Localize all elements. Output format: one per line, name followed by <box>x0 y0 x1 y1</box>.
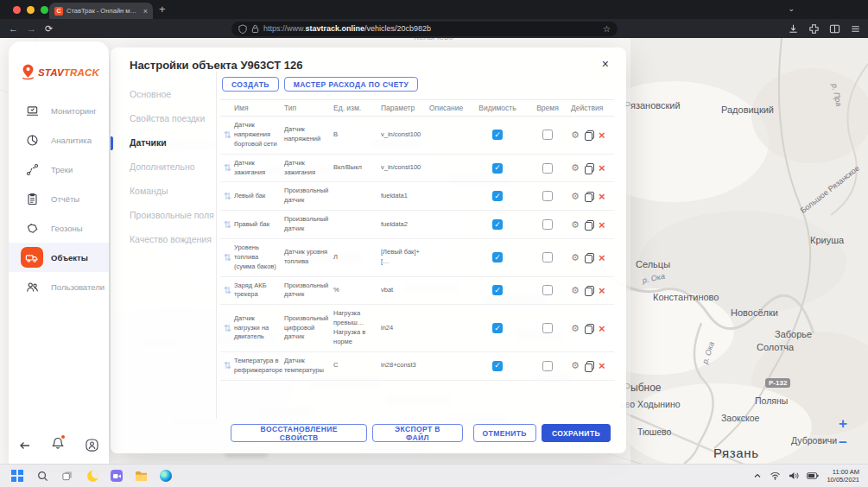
sidebar-item-geozones[interactable]: Геозоны <box>9 213 109 243</box>
settings-gear-icon[interactable]: ⚙ <box>571 324 580 333</box>
modal-close-icon[interactable]: × <box>602 57 609 71</box>
modal-tab[interactable]: Свойства поездки <box>111 106 216 130</box>
copy-icon[interactable] <box>585 253 593 262</box>
drag-handle[interactable]: ⇅ <box>220 191 234 202</box>
drag-handle[interactable]: ⇅ <box>220 162 234 174</box>
copy-icon[interactable] <box>585 163 593 173</box>
bookmark-star-icon[interactable]: ☆ <box>603 24 611 34</box>
drag-handle[interactable]: ⇅ <box>220 130 234 141</box>
delete-icon[interactable]: × <box>599 162 605 174</box>
delete-icon[interactable]: × <box>599 252 605 263</box>
visibility-checkbox[interactable]: ✓ <box>492 163 503 174</box>
map-zoom-out-button[interactable]: − <box>839 435 847 450</box>
close-window-button[interactable] <box>13 6 21 14</box>
search-icon[interactable] <box>35 469 49 483</box>
sidebar-item-monitoring[interactable]: Мониторинг <box>9 96 109 125</box>
chat-icon[interactable] <box>111 470 123 482</box>
modal-tab[interactable]: Произвольные поля <box>111 203 216 227</box>
settings-gear-icon[interactable]: ⚙ <box>571 192 580 201</box>
browser-menu-icon[interactable] <box>850 23 861 35</box>
modal-tab[interactable]: Дополнительно <box>111 155 216 179</box>
cancel-button[interactable]: ОТМЕНИТЬ <box>473 424 536 442</box>
wifi-icon[interactable] <box>770 471 781 480</box>
settings-gear-icon[interactable]: ⚙ <box>571 220 580 230</box>
settings-gear-icon[interactable]: ⚙ <box>571 253 580 262</box>
modal-tab[interactable]: Датчики <box>111 130 216 155</box>
time-checkbox[interactable] <box>542 219 553 230</box>
maximize-window-button[interactable] <box>41 6 48 14</box>
drag-handle[interactable]: ⇅ <box>220 323 234 334</box>
split-screen-icon[interactable] <box>829 23 840 35</box>
battery-icon[interactable] <box>807 472 819 479</box>
drag-handle[interactable]: ⇅ <box>220 219 234 231</box>
forward-button[interactable]: → <box>27 23 36 34</box>
reload-button[interactable]: ⟳ <box>45 23 53 35</box>
delete-icon[interactable]: × <box>599 130 605 141</box>
copy-icon[interactable] <box>585 361 593 370</box>
visibility-checkbox[interactable]: ✓ <box>492 219 503 230</box>
address-bar[interactable]: https://www.stavtrack.online/vehicles/20… <box>231 22 618 36</box>
copy-icon[interactable] <box>585 286 593 295</box>
task-view-icon[interactable] <box>60 469 74 483</box>
notifications-bell-icon[interactable] <box>52 437 64 453</box>
delete-icon[interactable]: × <box>599 191 605 202</box>
time-checkbox[interactable] <box>542 285 553 295</box>
sidebar-item-users[interactable]: Пользователи <box>9 272 109 301</box>
profile-icon[interactable] <box>86 439 98 452</box>
settings-gear-icon[interactable]: ⚙ <box>571 163 580 173</box>
visibility-checkbox[interactable]: ✓ <box>492 361 503 371</box>
drag-handle[interactable]: ⇅ <box>220 285 234 296</box>
visibility-checkbox[interactable]: ✓ <box>492 130 503 140</box>
delete-icon[interactable]: × <box>599 219 605 231</box>
sidebar-item-analytics[interactable]: Аналитика <box>9 125 109 155</box>
modal-tab[interactable]: Команды <box>111 179 216 203</box>
time-checkbox[interactable] <box>542 130 553 140</box>
time-checkbox[interactable] <box>542 163 553 174</box>
visibility-checkbox[interactable]: ✓ <box>492 285 503 295</box>
edge-icon[interactable] <box>159 469 173 483</box>
crescent-app-icon[interactable] <box>86 469 99 483</box>
back-button[interactable]: ← <box>9 23 18 34</box>
create-sensor-button[interactable]: СОЗДАТЬ <box>222 77 279 92</box>
tab-list-chevron-icon[interactable]: ⌄ <box>788 4 795 13</box>
copy-icon[interactable] <box>585 130 593 140</box>
sidebar-item-objects[interactable]: Объекты <box>9 243 109 272</box>
save-button[interactable]: СОХРАНИТЬ <box>542 424 611 442</box>
drag-handle[interactable]: ⇅ <box>220 360 234 371</box>
download-icon[interactable] <box>788 23 799 35</box>
settings-gear-icon[interactable]: ⚙ <box>571 130 580 140</box>
time-checkbox[interactable] <box>542 323 553 333</box>
windows-start-icon[interactable] <box>10 469 24 483</box>
drag-handle[interactable]: ⇅ <box>220 252 234 263</box>
new-tab-button[interactable]: + <box>159 3 166 16</box>
visibility-checkbox[interactable]: ✓ <box>492 323 503 333</box>
restore-properties-button[interactable]: ВОССТАНОВЛЕНИЕ СВОЙСТВ <box>231 424 367 442</box>
delete-icon[interactable]: × <box>599 360 605 371</box>
map-zoom-in-button[interactable]: + <box>839 416 847 431</box>
copy-icon[interactable] <box>585 324 593 333</box>
time-checkbox[interactable] <box>542 361 553 371</box>
delete-icon[interactable]: × <box>599 323 605 334</box>
fuel-master-button[interactable]: МАСТЕР РАСХОДА ПО СЧЕТУ <box>284 77 418 92</box>
copy-icon[interactable] <box>585 220 593 230</box>
file-explorer-icon[interactable] <box>134 469 148 483</box>
taskbar-clock[interactable]: 11:00 AM 10/05/2021 <box>827 468 859 484</box>
time-checkbox[interactable] <box>542 252 553 262</box>
visibility-checkbox[interactable]: ✓ <box>492 191 503 201</box>
extensions-icon[interactable] <box>808 23 820 35</box>
export-to-file-button[interactable]: ЭКСПОРТ В ФАЙЛ <box>372 424 462 442</box>
minimize-window-button[interactable] <box>27 6 35 14</box>
volume-icon[interactable] <box>789 471 799 480</box>
copy-icon[interactable] <box>585 192 593 201</box>
delete-icon[interactable]: × <box>599 285 605 296</box>
sidebar-item-tracks[interactable]: Треки <box>9 155 109 184</box>
modal-tab[interactable]: Основное <box>111 82 216 106</box>
chevron-up-icon[interactable] <box>753 472 762 479</box>
tracking-shield-icon[interactable] <box>238 24 247 34</box>
sidebar-item-reports[interactable]: Отчёты <box>9 184 109 213</box>
tab-close-icon[interactable]: × <box>143 7 148 16</box>
settings-gear-icon[interactable]: ⚙ <box>571 361 580 370</box>
visibility-checkbox[interactable]: ✓ <box>492 252 503 262</box>
settings-gear-icon[interactable]: ⚙ <box>571 286 580 295</box>
browser-tab[interactable]: С СтавТрак - Онлайн мониторин × <box>49 3 153 19</box>
